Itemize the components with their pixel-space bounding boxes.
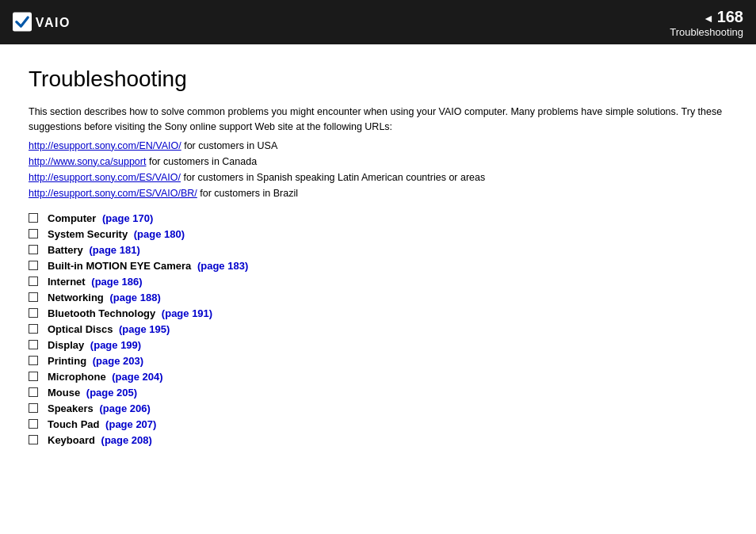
toc-page-link[interactable]: (page 199) [90,339,141,351]
toc-page-link[interactable]: (page 191) [162,307,212,319]
toc-page-link[interactable]: (page 203) [93,355,143,367]
toc-item: System Security (page 180) [29,228,727,240]
toc-page-link[interactable]: (page 180) [134,228,185,240]
svg-text:VAIO: VAIO [36,16,71,29]
toc-label: Touch Pad (page 207) [48,418,156,430]
checkbox-icon [29,419,38,429]
toc-page-link[interactable]: (page 183) [197,260,248,272]
url-canada[interactable]: http://www.sony.ca/support [29,156,146,167]
toc-page-link[interactable]: (page 205) [86,387,137,399]
toc-item: Microphone (page 204) [29,371,727,383]
url-line-2: http://www.sony.ca/support for customers… [29,154,727,170]
toc-item: Printing (page 203) [29,355,727,367]
url-latam-suffix: for customers in Spanish speaking Latin … [183,172,485,183]
toc-page-link[interactable]: (page 207) [105,418,156,430]
url-line-4: http://esupport.sony.com/ES/VAIO/BR/ for… [29,185,727,201]
header-info: 168 Troubleshooting [670,7,743,38]
checkbox-icon [29,372,38,381]
main-content: Troubleshooting This section describes h… [0,44,756,466]
checkbox-icon [29,387,38,397]
checkbox-icon [29,403,38,413]
toc-item: Networking (page 188) [29,292,727,303]
url-line-3: http://esupport.sony.com/ES/VAIO/ for cu… [29,170,727,185]
checkbox-icon [29,245,38,254]
toc-page-link[interactable]: (page 195) [119,323,170,335]
toc-page-link[interactable]: (page 181) [89,244,139,256]
toc-item: Display (page 199) [29,339,727,351]
checkbox-icon [29,292,38,302]
toc-label: Internet (page 186) [48,276,143,288]
toc-list: Computer (page 170)System Security (page… [29,212,727,446]
toc-item: Mouse (page 205) [29,387,727,399]
toc-item: Bluetooth Technology (page 191) [29,307,727,319]
toc-page-link[interactable]: (page 188) [109,292,160,303]
url-usa-suffix: for customers in USA [184,140,277,151]
url-brazil-suffix: for customers in Brazil [200,188,298,199]
page-header: VAIO 168 Troubleshooting [0,0,756,44]
toc-item: Internet (page 186) [29,276,727,288]
checkbox-icon [29,435,38,444]
vaio-logo: VAIO [13,11,89,33]
url-brazil[interactable]: http://esupport.sony.com/ES/VAIO/BR/ [29,188,197,199]
checkbox-icon [29,277,38,286]
toc-label: Networking (page 188) [48,292,161,303]
toc-label: Computer (page 170) [48,212,153,224]
checkbox-icon [29,308,38,318]
toc-label: Mouse (page 205) [48,387,137,399]
toc-label: Printing (page 203) [48,355,143,367]
url-line-1: http://esupport.sony.com/EN/VAIO/ for cu… [29,138,727,154]
checkbox-icon [29,356,38,365]
toc-page-link[interactable]: (page 170) [102,212,153,224]
toc-label: Battery (page 181) [48,244,140,256]
toc-item: Built-in MOTION EYE Camera (page 183) [29,260,727,272]
toc-page-link[interactable]: (page 204) [112,371,162,383]
toc-page-link[interactable]: (page 206) [99,402,150,414]
checkbox-icon [29,324,38,334]
checkbox-icon [29,229,38,238]
header-section-title: Troubleshooting [670,26,743,38]
toc-label: Optical Discs (page 195) [48,323,170,335]
toc-item: Touch Pad (page 207) [29,418,727,430]
toc-label: Built-in MOTION EYE Camera (page 183) [48,260,248,272]
toc-item: Optical Discs (page 195) [29,323,727,335]
toc-item: Computer (page 170) [29,212,727,224]
url-canada-suffix: for customers in Canada [149,156,257,167]
toc-label: Display (page 199) [48,339,141,351]
url-latam[interactable]: http://esupport.sony.com/ES/VAIO/ [29,172,181,183]
toc-item: Battery (page 181) [29,244,727,256]
toc-label: Speakers (page 206) [48,402,151,414]
url-usa[interactable]: http://esupport.sony.com/EN/VAIO/ [29,140,181,151]
toc-page-link[interactable]: (page 208) [101,434,152,446]
intro-paragraph: This section describes how to solve comm… [29,105,727,135]
toc-label: Microphone (page 204) [48,371,163,383]
toc-item: Speakers (page 206) [29,402,727,414]
toc-label: Bluetooth Technology (page 191) [48,307,212,319]
toc-label: Keyboard (page 208) [48,434,152,446]
toc-page-link[interactable]: (page 186) [91,276,142,288]
toc-label: System Security (page 180) [48,228,185,240]
checkbox-icon [29,261,38,270]
toc-item: Keyboard (page 208) [29,434,727,446]
checkbox-icon [29,213,38,223]
page-number: 168 [703,7,743,26]
checkbox-icon [29,340,38,349]
page-title: Troubleshooting [29,67,727,92]
